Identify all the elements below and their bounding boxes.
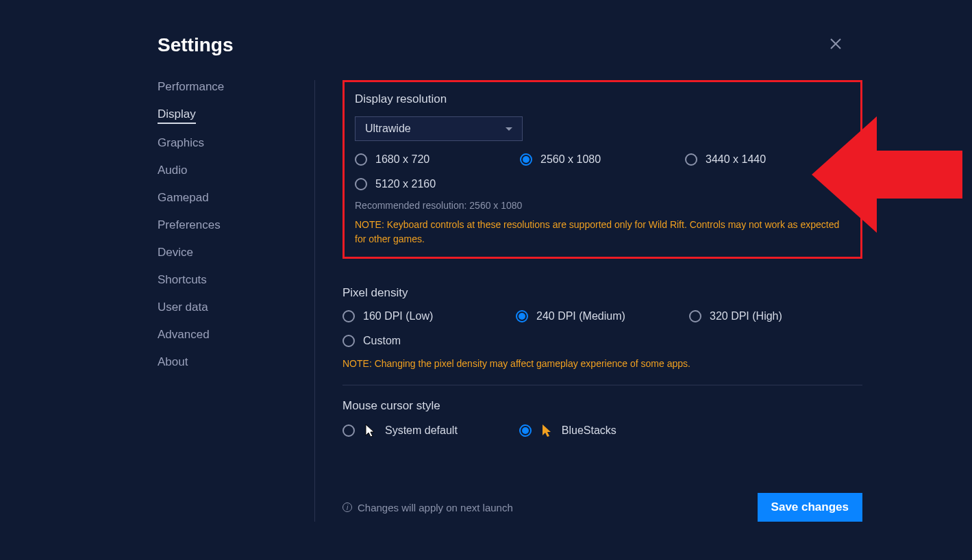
sidebar-item-user-data[interactable]: User data: [158, 301, 208, 316]
chevron-down-icon: [506, 127, 512, 131]
cursor-style-label: Mouse cursor style: [342, 399, 862, 413]
sidebar-item-advanced[interactable]: Advanced: [158, 328, 210, 343]
resolution-option[interactable]: 3440 x 1440: [685, 153, 850, 166]
dpi-option[interactable]: 160 DPI (Low): [342, 310, 516, 322]
cursor-option-label: System default: [385, 424, 458, 437]
radio-icon: [685, 153, 697, 166]
dpi-label: 240 DPI (Medium): [536, 310, 625, 322]
resolution-label: 5120 x 2160: [375, 178, 436, 190]
resolution-label: 1680 x 720: [375, 153, 429, 166]
radio-icon: [342, 335, 355, 347]
dpi-label: Custom: [363, 335, 401, 347]
cursor-option-label: BlueStacks: [562, 424, 616, 437]
display-resolution-highlight-box: Display resolution Ultrawide 1680 x 7202…: [342, 80, 862, 259]
cursor-default-icon: [363, 423, 377, 438]
resolution-option[interactable]: 1680 x 720: [355, 153, 520, 166]
sidebar-item-graphics[interactable]: Graphics: [158, 136, 204, 151]
radio-icon: [342, 424, 355, 437]
pixel-density-radio-group: 160 DPI (Low)240 DPI (Medium)320 DPI (Hi…: [342, 310, 862, 347]
dpi-option[interactable]: 320 DPI (High): [689, 310, 862, 322]
save-changes-button[interactable]: Save changes: [758, 493, 862, 522]
cursor-option[interactable]: BlueStacks: [519, 423, 616, 438]
sidebar-item-display[interactable]: Display: [158, 107, 196, 124]
resolution-option[interactable]: 5120 x 2160: [355, 178, 520, 190]
dpi-label: 160 DPI (Low): [363, 310, 433, 322]
sidebar-item-performance[interactable]: Performance: [158, 80, 224, 95]
cursor-bluestacks-icon: [540, 423, 553, 438]
pixel-density-label: Pixel density: [342, 286, 862, 300]
radio-icon: [516, 310, 528, 322]
pixel-density-section: Pixel density 160 DPI (Low)240 DPI (Medi…: [342, 272, 862, 385]
radio-icon: [342, 310, 355, 322]
resolution-label: 2560 x 1080: [540, 153, 601, 166]
pixel-density-note-text: NOTE: Changing the pixel density may aff…: [342, 357, 862, 371]
close-icon[interactable]: [830, 38, 842, 53]
cursor-style-radio-group: System defaultBlueStacks: [342, 423, 862, 438]
display-resolution-label: Display resolution: [355, 92, 850, 106]
radio-icon: [355, 153, 367, 166]
radio-icon: [520, 153, 532, 166]
sidebar-item-audio[interactable]: Audio: [158, 164, 187, 179]
resolution-option[interactable]: 2560 x 1080: [520, 153, 685, 166]
resolution-dropdown-value: Ultrawide: [365, 123, 411, 135]
page-title: Settings: [158, 34, 233, 56]
cursor-option[interactable]: System default: [342, 423, 458, 438]
radio-icon: [355, 178, 367, 190]
info-icon: i: [342, 502, 352, 512]
sidebar-item-device[interactable]: Device: [158, 246, 193, 261]
resolution-radio-group: 1680 x 7202560 x 10803440 x 14405120 x 2…: [355, 153, 850, 190]
cursor-style-section: Mouse cursor style System defaultBlueSta…: [342, 385, 862, 452]
radio-icon: [689, 310, 701, 322]
resolution-dropdown[interactable]: Ultrawide: [355, 116, 523, 141]
settings-sidebar: PerformanceDisplayGraphicsAudioGamepadPr…: [158, 80, 315, 522]
resolution-note-text: NOTE: Keyboard controls at these resolut…: [355, 218, 850, 246]
dpi-label: 320 DPI (High): [710, 310, 782, 322]
footer-info-text: Changes will apply on next launch: [358, 502, 513, 513]
sidebar-item-shortcuts[interactable]: Shortcuts: [158, 273, 207, 288]
sidebar-item-preferences[interactable]: Preferences: [158, 218, 221, 233]
footer-info: i Changes will apply on next launch: [342, 502, 513, 513]
resolution-label: 3440 x 1440: [706, 153, 766, 166]
sidebar-item-gamepad[interactable]: Gamepad: [158, 191, 209, 206]
recommended-resolution-text: Recommended resolution: 2560 x 1080: [355, 200, 850, 211]
sidebar-item-about[interactable]: About: [158, 355, 188, 370]
dpi-option[interactable]: Custom: [342, 335, 516, 347]
dpi-option[interactable]: 240 DPI (Medium): [516, 310, 689, 322]
radio-icon: [519, 424, 532, 437]
